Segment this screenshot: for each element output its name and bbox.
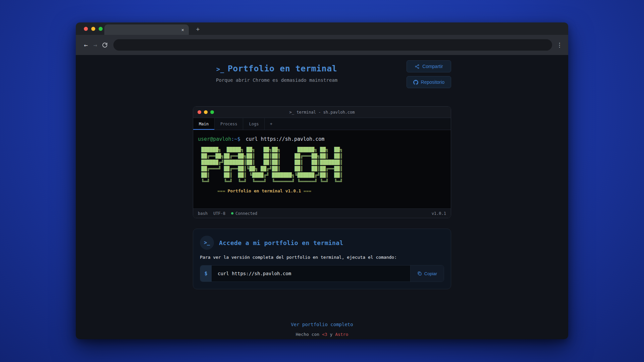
hero: >_Portfolio en terminal Porque abrir Chr… — [193, 64, 361, 83]
browser-toolbar: ← → ⋮ — [76, 35, 568, 55]
terminal-body: user@pavloh:~$curl https://sh.pavloh.com… — [193, 130, 451, 208]
made-with-line: Hecho con <3 y Astro — [193, 332, 451, 337]
terminal-prompt-icon: >_ — [216, 65, 224, 73]
terminal-add-tab-button[interactable]: + — [265, 118, 277, 130]
terminal-statusbar: bash UTF-8 Connected v1.0.1 — [193, 208, 451, 218]
page-subtitle: Porque abrir Chrome es demasiado mainstr… — [193, 77, 361, 83]
terminal-prompt-line: user@pavloh:~$curl https://sh.pavloh.com — [198, 136, 446, 142]
terminal-command: curl https://sh.pavloh.com — [246, 136, 324, 142]
copy-icon — [417, 271, 422, 276]
full-portfolio-link[interactable]: Ver portfolio completo — [291, 322, 353, 327]
terminal-tab-main[interactable]: Main — [193, 118, 215, 130]
pavloh-ascii-art: ██████╗ █████╗ ██╗ ██╗██╗ ██████╗ ██╗ ██… — [201, 146, 446, 185]
browser-tab[interactable]: × — [104, 24, 189, 35]
connected-dot-icon — [231, 212, 233, 215]
page-title: >_Portfolio en terminal — [193, 64, 361, 73]
access-card-header: >_ Accede a mi portfolio en terminal — [200, 236, 444, 250]
prompt-symbol: :~$ — [231, 136, 240, 142]
reload-icon[interactable] — [100, 42, 109, 48]
repository-button[interactable]: Repositorio — [407, 76, 451, 88]
window-controls — [84, 27, 103, 31]
status-connection: Connected — [231, 211, 257, 216]
terminal-window: >_ terminal - sh.pavloh.com Main Process… — [193, 106, 451, 218]
command-row: $ curl https://sh.pavloh.com Copiar — [200, 265, 444, 282]
browser-tabstrip: × + — [76, 22, 568, 35]
copy-button[interactable]: Copiar — [410, 265, 444, 282]
prompt-user: user@pavloh — [198, 136, 231, 142]
terminal-title: >_ terminal - sh.pavloh.com — [193, 110, 451, 115]
status-version: v1.0.1 — [432, 211, 446, 216]
terminal-tabbar: Main Process Logs + — [193, 118, 451, 130]
minimize-window-button[interactable] — [91, 27, 95, 31]
back-icon[interactable]: ← — [81, 41, 91, 49]
astro-link[interactable]: Astro — [335, 332, 348, 337]
page-content: >_Portfolio en terminal Porque abrir Chr… — [76, 55, 568, 339]
status-shell: bash — [198, 211, 208, 216]
forward-icon[interactable]: → — [91, 41, 100, 49]
terminal-tab-process[interactable]: Process — [215, 118, 244, 130]
github-icon — [413, 80, 418, 85]
terminal-prompt-icon: >_ — [200, 236, 214, 250]
access-card-title: Accede a mi portfolio en terminal — [219, 239, 343, 246]
status-encoding: UTF-8 — [213, 211, 225, 216]
command-text: curl https://sh.pavloh.com — [212, 265, 410, 282]
share-button[interactable]: Compartir — [407, 60, 451, 72]
access-card-description: Para ver la versión completa del portfol… — [200, 255, 444, 260]
access-card: >_ Accede a mi portfolio en terminal Par… — [193, 229, 451, 289]
browser-menu-icon[interactable]: ⋮ — [556, 42, 563, 48]
address-bar[interactable] — [113, 39, 552, 51]
page-footer: Ver portfolio completo Hecho con <3 y As… — [193, 321, 451, 337]
tab-close-icon[interactable]: × — [181, 27, 184, 32]
terminal-titlebar: >_ terminal - sh.pavloh.com — [193, 107, 451, 118]
dollar-prompt-badge: $ — [200, 265, 212, 282]
hero-buttons: Compartir Repositorio — [407, 60, 451, 88]
terminal-tab-logs[interactable]: Logs — [243, 118, 265, 130]
heart-icon: <3 — [322, 332, 327, 337]
close-window-button[interactable] — [84, 27, 88, 31]
maximize-window-button[interactable] — [99, 27, 103, 31]
terminal-banner: ===Portfolio en terminal v1.0.1=== — [217, 188, 446, 193]
share-icon — [415, 64, 420, 69]
new-tab-button[interactable]: + — [194, 25, 202, 33]
browser-window: × + ← → ⋮ >_Portfolio en terminal Porque… — [76, 22, 568, 339]
